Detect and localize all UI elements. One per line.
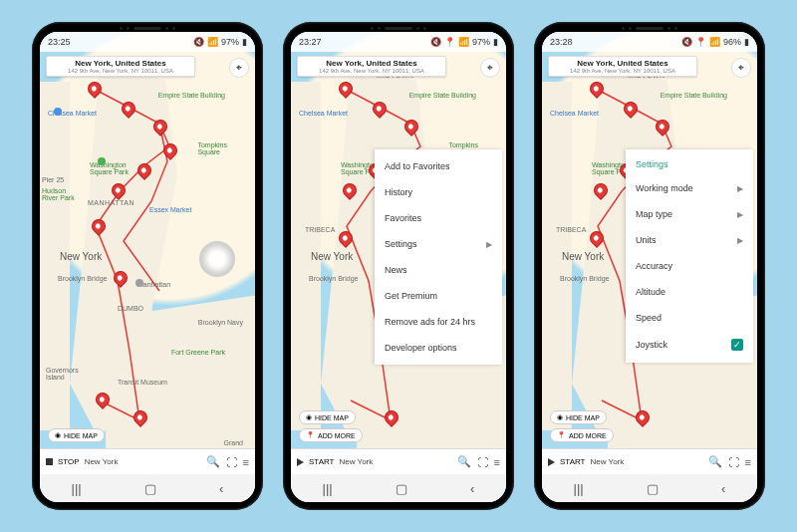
map-label: New York bbox=[311, 251, 353, 262]
map-label: Brooklyn Bridge bbox=[560, 275, 609, 282]
overflow-menu: Add to Favorites History Favorites Setti… bbox=[375, 149, 502, 365]
map-label: Pier 25 bbox=[42, 176, 64, 183]
map-label: Brooklyn Bridge bbox=[309, 275, 358, 282]
nav-bar: ||| ▢ ‹ bbox=[291, 474, 506, 502]
location-search-box[interactable]: New York, United States 142 9th Ave, New… bbox=[46, 56, 195, 77]
menu-add-favorites[interactable]: Add to Favorites bbox=[375, 153, 502, 179]
checkbox-checked-icon[interactable]: ✓ bbox=[731, 339, 743, 351]
eye-icon: ◉ bbox=[55, 431, 61, 439]
play-icon[interactable] bbox=[297, 458, 304, 466]
screen: 23:25 🔇 📶 97% ▮ Empire State Building Ch… bbox=[40, 32, 255, 502]
location-search-box[interactable]: New York, United States 142 9th Ave, New… bbox=[297, 56, 446, 77]
phone-frame-1: 23:25 🔇 📶 97% ▮ Empire State Building Ch… bbox=[32, 22, 263, 510]
nav-bar: ||| ▢ ‹ bbox=[40, 474, 255, 502]
back-button[interactable]: ‹ bbox=[219, 481, 223, 496]
search-icon[interactable]: 🔍 bbox=[457, 455, 471, 468]
map-label: Essex Market bbox=[149, 206, 191, 213]
destination[interactable]: New York bbox=[339, 457, 451, 466]
map-label: DUMBO bbox=[118, 305, 143, 312]
back-button[interactable]: ‹ bbox=[721, 481, 725, 496]
poi-icon bbox=[135, 279, 143, 287]
menu-working-mode[interactable]: Working mode▶ bbox=[626, 175, 753, 201]
location-search-box[interactable]: New York, United States 142 9th Ave, New… bbox=[548, 56, 697, 77]
menu-settings[interactable]: Settings▶ bbox=[375, 231, 502, 257]
add-more-chip[interactable]: 📍 ADD MORE bbox=[550, 428, 614, 442]
map-label: Chelsea Market bbox=[299, 110, 348, 117]
hide-map-chip[interactable]: ◉ HIDE MAP bbox=[299, 410, 356, 424]
action-label[interactable]: STOP bbox=[58, 457, 80, 466]
search-title: New York, United States bbox=[51, 59, 190, 68]
pin-icon: 📍 bbox=[557, 431, 566, 439]
map-view[interactable]: Empire State Building Chelsea Market Was… bbox=[40, 32, 255, 474]
menu-altitude[interactable]: Altitude bbox=[626, 279, 753, 305]
compass-button[interactable]: ⌖ bbox=[480, 58, 500, 78]
menu-units[interactable]: Units▶ bbox=[626, 227, 753, 253]
menu-news[interactable]: News bbox=[375, 257, 502, 283]
mute-icon: 🔇 bbox=[681, 37, 692, 47]
battery-icon: ▮ bbox=[744, 37, 749, 47]
bottom-bar: START New York 🔍 ⛶ ≡ bbox=[291, 448, 506, 474]
search-icon[interactable]: 🔍 bbox=[206, 455, 220, 468]
status-time: 23:25 bbox=[48, 37, 71, 47]
phone-frame-3: 23:28 🔇 📍 📶 96% ▮ MIDTOWN Empire State B… bbox=[534, 22, 765, 510]
menu-speed[interactable]: Speed bbox=[626, 305, 753, 331]
battery-pct: 97% bbox=[472, 37, 490, 47]
recent-button[interactable]: ||| bbox=[323, 481, 333, 496]
wifi-icon: 📶 bbox=[458, 37, 469, 47]
add-more-chip[interactable]: 📍 ADD MORE bbox=[299, 428, 363, 442]
menu-joystick[interactable]: Joystick✓ bbox=[626, 331, 753, 359]
map-label: Governors Island bbox=[46, 367, 79, 381]
destination[interactable]: New York bbox=[85, 457, 201, 466]
stop-icon[interactable] bbox=[46, 458, 53, 465]
joystick-control[interactable] bbox=[199, 241, 235, 277]
map-label: Brooklyn Bridge bbox=[58, 275, 107, 282]
play-icon[interactable] bbox=[548, 458, 555, 466]
home-button[interactable]: ▢ bbox=[647, 481, 659, 496]
screen: 23:27 🔇 📍 📶 97% ▮ MIDTOWN Empire State B… bbox=[291, 32, 506, 502]
action-label[interactable]: START bbox=[309, 457, 334, 466]
home-button[interactable]: ▢ bbox=[144, 481, 156, 496]
menu-icon[interactable]: ≡ bbox=[243, 456, 249, 468]
menu-remove-ads[interactable]: Remove ads for 24 hrs bbox=[375, 309, 502, 335]
status-bar: 23:25 🔇 📶 97% ▮ bbox=[40, 32, 255, 52]
menu-premium[interactable]: Get Premium bbox=[375, 283, 502, 309]
map-label: Fort Greene Park bbox=[171, 349, 225, 356]
destination[interactable]: New York bbox=[590, 457, 702, 466]
menu-map-type[interactable]: Map type▶ bbox=[626, 201, 753, 227]
status-time: 23:27 bbox=[299, 37, 322, 47]
mute-icon: 🔇 bbox=[430, 37, 441, 47]
layers-icon[interactable]: ⛶ bbox=[477, 456, 488, 468]
menu-icon[interactable]: ≡ bbox=[494, 456, 500, 468]
bottom-bar: STOP New York 🔍 ⛶ ≡ bbox=[40, 448, 255, 474]
location-icon: 📍 bbox=[695, 37, 706, 47]
hide-map-chip[interactable]: ◉ HIDE MAP bbox=[48, 428, 105, 442]
layers-icon[interactable]: ⛶ bbox=[728, 456, 739, 468]
phone-frame-2: 23:27 🔇 📍 📶 97% ▮ MIDTOWN Empire State B… bbox=[283, 22, 514, 510]
recent-button[interactable]: ||| bbox=[72, 481, 82, 496]
screen: 23:28 🔇 📍 📶 96% ▮ MIDTOWN Empire State B… bbox=[542, 32, 757, 502]
compass-button[interactable]: ⌖ bbox=[229, 58, 249, 78]
search-sub: 142 9th Ave, New York, NY 10011, USA bbox=[51, 68, 190, 74]
compass-button[interactable]: ⌖ bbox=[731, 58, 751, 78]
hide-map-chip[interactable]: ◉ HIDE MAP bbox=[550, 410, 607, 424]
menu-developer[interactable]: Developer options bbox=[375, 335, 502, 361]
layers-icon[interactable]: ⛶ bbox=[226, 456, 237, 468]
bottom-bar: START New York 🔍 ⛶ ≡ bbox=[542, 448, 757, 474]
home-button[interactable]: ▢ bbox=[396, 481, 407, 496]
poi-icon bbox=[54, 108, 62, 116]
map-label: Washington Square Park bbox=[90, 161, 129, 175]
search-title: New York, United States bbox=[553, 59, 692, 68]
menu-accuracy[interactable]: Accuracy bbox=[626, 253, 753, 279]
menu-history[interactable]: History bbox=[375, 179, 502, 205]
search-icon[interactable]: 🔍 bbox=[708, 455, 722, 468]
map-label: Grand bbox=[224, 439, 243, 446]
recent-button[interactable]: ||| bbox=[574, 481, 584, 496]
map-label: Brooklyn Navy bbox=[198, 319, 243, 326]
menu-favorites[interactable]: Favorites bbox=[375, 205, 502, 231]
chevron-right-icon: ▶ bbox=[737, 210, 743, 219]
action-label[interactable]: START bbox=[560, 457, 585, 466]
back-button[interactable]: ‹ bbox=[470, 481, 474, 496]
map-label: Empire State Building bbox=[158, 92, 225, 99]
menu-icon[interactable]: ≡ bbox=[745, 456, 751, 468]
eye-icon: ◉ bbox=[557, 413, 563, 421]
